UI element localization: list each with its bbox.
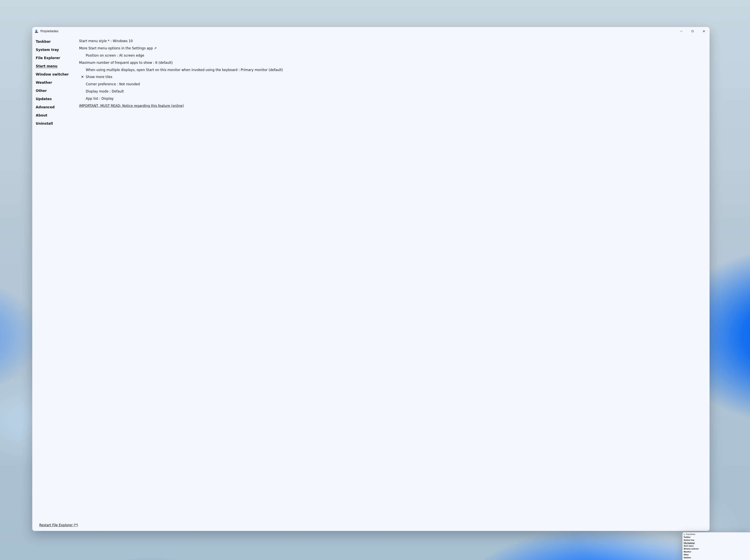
preview-item-system-tray[interactable]: System tray <box>684 539 750 542</box>
close-button[interactable] <box>698 27 710 36</box>
preview-item-taskbar[interactable]: Taskbar <box>684 536 750 539</box>
option-label: Corner preference : Not rounded <box>86 82 704 86</box>
option-label: Maximum number of frequent apps to show … <box>79 61 704 65</box>
minimize-icon <box>680 30 683 33</box>
window-controls <box>676 27 710 36</box>
maximize-button[interactable] <box>687 27 698 36</box>
titlebar[interactable]: Propiedades <box>32 27 710 36</box>
option-position-on-screen[interactable]: Position on screen : At screen edge <box>79 52 704 59</box>
checkbox-checked-icon: ✕ <box>79 75 86 79</box>
preview-item-window-switcher[interactable]: Window switcher <box>684 547 750 551</box>
restart-file-explorer-link[interactable]: Restart File Explorer (*) <box>36 521 79 531</box>
option-label: IMPORTANT, MUST READ: Notice regarding t… <box>79 104 704 108</box>
option-max-frequent-apps[interactable]: Maximum number of frequent apps to show … <box>79 59 704 66</box>
sidebar-item-updates[interactable]: Updates <box>36 95 79 103</box>
sidebar-item-uninstall[interactable]: Uninstall <box>36 119 79 128</box>
preview-item-file-explorer[interactable]: File Explorer <box>684 542 750 544</box>
more-start-options-link[interactable]: More Start menu options in the Settings … <box>79 45 704 52</box>
sidebar-item-start-menu[interactable]: Start menu <box>36 62 79 70</box>
option-show-more-tiles[interactable]: ✕ Show more tiles <box>79 74 704 81</box>
sidebar-item-system-tray[interactable]: System tray <box>36 46 79 54</box>
sidebar-item-file-explorer[interactable]: File Explorer <box>36 54 79 62</box>
sidebar-item-other[interactable]: Other <box>36 87 79 95</box>
window-body: Taskbar System tray File Explorer Start … <box>32 36 710 531</box>
preview-titlebar: Propiedades <box>684 533 750 536</box>
preview-item-updates[interactable]: Updates <box>684 556 750 559</box>
preview-item-other[interactable]: Other <box>684 553 750 556</box>
option-corner-preference[interactable]: Corner preference : Not rounded <box>79 81 704 88</box>
option-label: Display mode : Default <box>86 89 704 94</box>
sidebar-item-advanced[interactable]: Advanced <box>36 103 79 111</box>
preview-window[interactable]: Propiedades Taskbar System tray File Exp… <box>683 532 750 560</box>
minimize-button[interactable] <box>676 27 687 36</box>
sidebar-item-taskbar[interactable]: Taskbar <box>36 38 79 46</box>
option-label: Show more tiles <box>86 75 704 79</box>
option-display-mode[interactable]: Display mode : Default <box>79 88 704 95</box>
preview-item-start-menu[interactable]: Start menu <box>684 544 750 547</box>
preview-window-title: Propiedades <box>686 534 695 535</box>
option-app-list[interactable]: App list : Display <box>79 95 704 102</box>
properties-window: Propiedades Taskbar System tray File Exp… <box>32 27 710 531</box>
option-label: Start menu style * : Windows 10 <box>79 39 704 43</box>
option-label: Position on screen : At screen edge <box>86 53 704 58</box>
app-icon <box>684 534 685 535</box>
option-label: When using multiple displays, open Start… <box>86 68 704 72</box>
close-icon <box>703 30 705 33</box>
option-label: More Start menu options in the Settings … <box>79 46 704 50</box>
option-multi-display-start[interactable]: When using multiple displays, open Start… <box>79 66 704 74</box>
option-label: App list : Display <box>86 97 704 101</box>
window-title: Propiedades <box>40 29 58 33</box>
preview-item-weather[interactable]: Weather <box>684 551 750 553</box>
option-start-menu-style[interactable]: Start menu style * : Windows 10 <box>79 38 704 45</box>
sidebar-item-window-switcher[interactable]: Window switcher <box>36 70 79 79</box>
sidebar: Taskbar System tray File Explorer Start … <box>32 36 79 531</box>
important-notice-link[interactable]: IMPORTANT, MUST READ: Notice regarding t… <box>79 102 704 109</box>
sidebar-item-about[interactable]: About <box>36 111 79 119</box>
svg-rect-1 <box>692 30 693 32</box>
app-icon <box>35 30 38 33</box>
sidebar-item-weather[interactable]: Weather <box>36 79 79 87</box>
content-pane: Start menu style * : Windows 10 More Sta… <box>79 36 710 531</box>
maximize-icon <box>691 30 694 33</box>
